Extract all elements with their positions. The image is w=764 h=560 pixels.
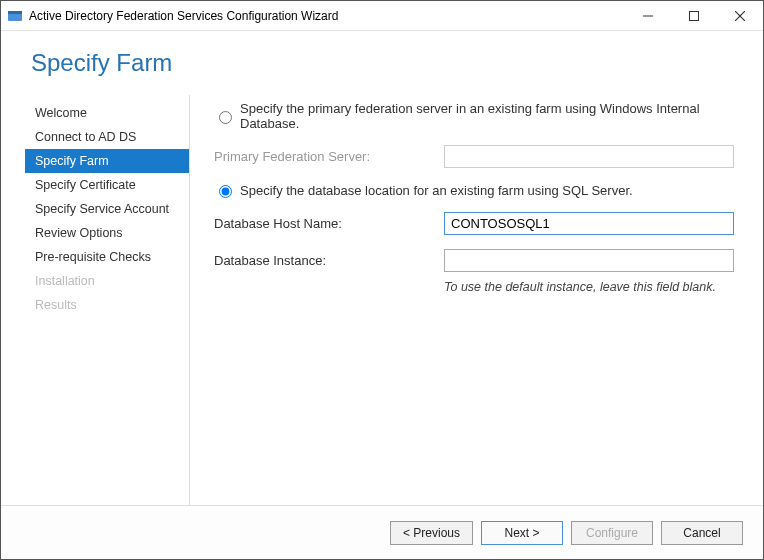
radio-sql[interactable] [219, 185, 232, 198]
sidebar-item-review-options[interactable]: Review Options [25, 221, 189, 245]
wizard-sidebar: Welcome Connect to AD DS Specify Farm Sp… [25, 95, 190, 505]
radio-sql-label[interactable]: Specify the database location for an exi… [240, 183, 633, 198]
window-controls [625, 1, 763, 31]
db-host-input[interactable] [444, 212, 734, 235]
primary-server-label: Primary Federation Server: [214, 149, 444, 164]
db-host-row: Database Host Name: [214, 212, 739, 235]
sidebar-item-connect-adds[interactable]: Connect to AD DS [25, 125, 189, 149]
cancel-button[interactable]: Cancel [661, 521, 743, 545]
next-button[interactable]: Next > [481, 521, 563, 545]
previous-button[interactable]: < Previous [390, 521, 473, 545]
radio-wid-label[interactable]: Specify the primary federation server in… [240, 101, 739, 131]
option-wid-row: Specify the primary federation server in… [214, 101, 739, 131]
minimize-button[interactable] [625, 1, 671, 31]
primary-server-row: Primary Federation Server: [214, 145, 739, 168]
main-panel: Specify the primary federation server in… [190, 95, 739, 505]
footer: < Previous Next > Configure Cancel [1, 505, 763, 559]
titlebar: Active Directory Federation Services Con… [1, 1, 763, 31]
sidebar-item-welcome[interactable]: Welcome [25, 101, 189, 125]
sidebar-item-specify-service-account[interactable]: Specify Service Account [25, 197, 189, 221]
sidebar-item-specify-certificate[interactable]: Specify Certificate [25, 173, 189, 197]
db-instance-row: Database Instance: [214, 249, 739, 272]
window-title: Active Directory Federation Services Con… [29, 9, 338, 23]
sidebar-item-prerequisite-checks[interactable]: Pre-requisite Checks [25, 245, 189, 269]
sidebar-item-specify-farm[interactable]: Specify Farm [25, 149, 189, 173]
svg-rect-3 [690, 11, 699, 20]
radio-wid[interactable] [219, 111, 232, 124]
sidebar-item-installation: Installation [25, 269, 189, 293]
primary-server-input [444, 145, 734, 168]
app-icon [7, 8, 23, 24]
body: Welcome Connect to AD DS Specify Farm Sp… [1, 95, 763, 505]
close-button[interactable] [717, 1, 763, 31]
wizard-window: Active Directory Federation Services Con… [0, 0, 764, 560]
page-title: Specify Farm [1, 31, 763, 95]
svg-rect-1 [8, 11, 22, 14]
db-instance-label: Database Instance: [214, 253, 444, 268]
option-sql-row: Specify the database location for an exi… [214, 182, 739, 198]
content-area: Specify Farm Welcome Connect to AD DS Sp… [1, 31, 763, 559]
db-instance-hint: To use the default instance, leave this … [444, 280, 739, 294]
db-host-label: Database Host Name: [214, 216, 444, 231]
sidebar-item-results: Results [25, 293, 189, 317]
maximize-button[interactable] [671, 1, 717, 31]
db-instance-input[interactable] [444, 249, 734, 272]
configure-button: Configure [571, 521, 653, 545]
